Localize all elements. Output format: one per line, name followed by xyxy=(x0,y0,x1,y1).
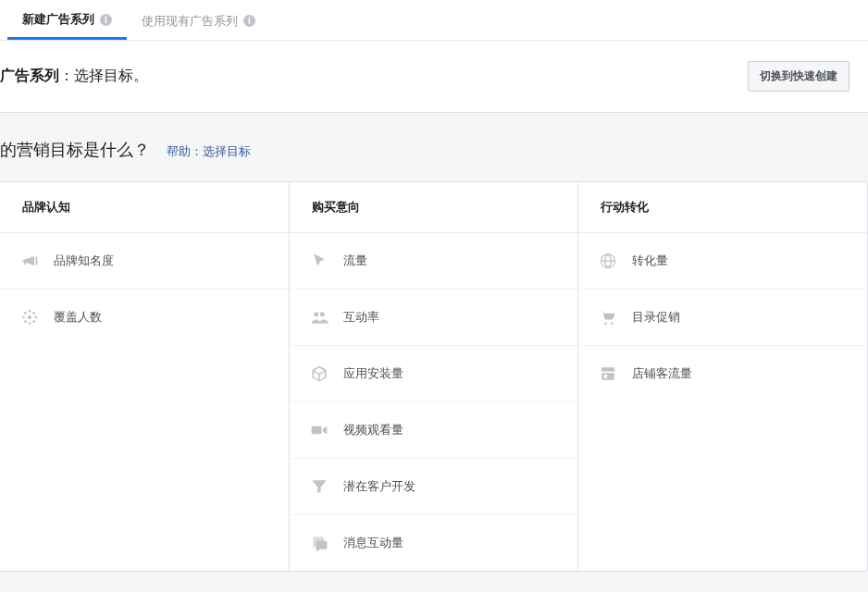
svg-point-1 xyxy=(29,310,31,313)
page-title: 广告系列：选择目标。 xyxy=(0,67,148,86)
objective-label: 应用安装量 xyxy=(343,365,403,382)
header-row: 广告系列：选择目标。 切换到快速创建 xyxy=(0,41,868,113)
svg-point-5 xyxy=(24,312,27,314)
series-sub: ：选择目标。 xyxy=(59,68,148,83)
objective-engagement[interactable]: 互动率 xyxy=(290,290,578,346)
tab-label: 新建广告系列 xyxy=(22,11,94,28)
megaphone-icon xyxy=(20,252,39,270)
cursor-icon xyxy=(310,252,329,270)
svg-point-7 xyxy=(24,320,27,323)
funnel-icon xyxy=(310,477,329,496)
tab-new-campaign[interactable]: 新建广告系列 i xyxy=(7,0,127,40)
svg-point-10 xyxy=(320,312,325,316)
series-label: 广告系列 xyxy=(0,68,59,83)
switch-quick-create-button[interactable]: 切换到快速创建 xyxy=(748,61,849,92)
svg-rect-11 xyxy=(311,426,321,434)
tab-existing-campaign[interactable]: 使用现有广告系列 i xyxy=(127,0,270,40)
people-icon xyxy=(310,308,329,327)
column-awareness: 品牌认知 品牌知名度 覆盖人数 xyxy=(0,182,290,571)
objective-brand-awareness[interactable]: 品牌知名度 xyxy=(0,233,289,290)
objective-label: 店铺客流量 xyxy=(632,365,692,382)
objectives-container: 品牌认知 品牌知名度 覆盖人数 购买意向 流量 互动率 xyxy=(0,181,868,572)
objective-traffic[interactable]: 流量 xyxy=(290,233,578,290)
info-icon: i xyxy=(100,14,112,26)
objective-lead-generation[interactable]: 潜在客户开发 xyxy=(290,459,578,515)
box-icon xyxy=(310,364,329,383)
column-header: 行动转化 xyxy=(578,182,867,233)
svg-point-8 xyxy=(32,320,35,323)
objective-label: 流量 xyxy=(343,253,367,269)
svg-point-9 xyxy=(314,312,318,316)
globe-icon xyxy=(599,252,617,270)
objective-label: 互动率 xyxy=(343,309,379,326)
info-icon: i xyxy=(243,15,255,27)
objective-app-installs[interactable]: 应用安装量 xyxy=(290,346,578,402)
tabs-bar: 新建广告系列 i 使用现有广告系列 i xyxy=(0,0,868,41)
objective-label: 覆盖人数 xyxy=(54,309,102,326)
svg-point-4 xyxy=(34,316,37,319)
objective-messages[interactable]: 消息互动量 xyxy=(290,515,578,571)
objective-conversions[interactable]: 转化量 xyxy=(578,233,867,290)
objective-label: 品牌知名度 xyxy=(54,253,114,269)
column-header: 购买意向 xyxy=(290,182,578,233)
tab-label: 使用现有广告系列 xyxy=(142,13,238,30)
objective-label: 转化量 xyxy=(632,253,668,269)
objective-label: 目录促销 xyxy=(632,309,680,326)
svg-point-6 xyxy=(32,312,35,314)
objective-label: 潜在客户开发 xyxy=(343,478,415,495)
objective-label: 视频观看量 xyxy=(343,422,403,438)
objective-label: 消息互动量 xyxy=(343,535,403,551)
chat-icon xyxy=(310,534,329,552)
objective-catalog-sales[interactable]: 目录促销 xyxy=(578,290,867,346)
objective-store-traffic[interactable]: 店铺客流量 xyxy=(578,346,867,401)
svg-point-2 xyxy=(29,322,31,325)
question-row: 的营销目标是什么？ 帮助：选择目标 xyxy=(0,113,868,181)
svg-point-14 xyxy=(611,322,614,325)
objective-reach[interactable]: 覆盖人数 xyxy=(0,290,289,345)
cart-icon xyxy=(599,308,617,327)
svg-point-3 xyxy=(22,316,25,319)
objective-video-views[interactable]: 视频观看量 xyxy=(290,402,578,459)
column-consideration: 购买意向 流量 互动率 应用安装量 视频观看量 xyxy=(290,182,579,571)
reach-icon xyxy=(20,308,39,327)
svg-point-0 xyxy=(28,315,31,319)
column-header: 品牌认知 xyxy=(0,182,289,233)
column-conversion: 行动转化 转化量 目录促销 店铺客流量 xyxy=(578,182,867,571)
question-text: 的营销目标是什么？ xyxy=(0,139,150,161)
help-link[interactable]: 帮助：选择目标 xyxy=(167,143,251,160)
store-icon xyxy=(599,364,617,383)
video-icon xyxy=(310,421,329,439)
svg-point-13 xyxy=(605,322,608,325)
